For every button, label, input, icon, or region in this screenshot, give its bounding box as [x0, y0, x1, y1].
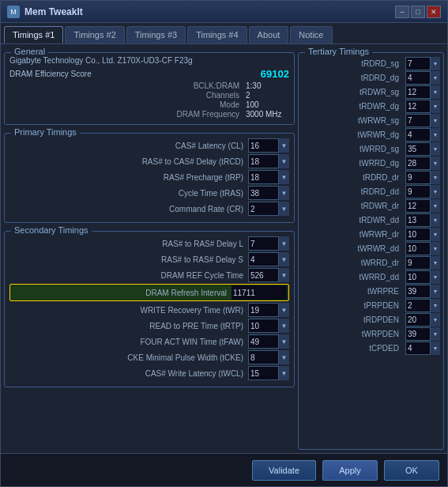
mode-row: Mode 100: [9, 100, 289, 109]
primary-timings-label: Primary Timings: [11, 127, 80, 137]
right-timing-select-tWRPRE[interactable]: 39: [405, 285, 440, 298]
tab-timings3[interactable]: Timings #3: [126, 26, 186, 43]
maximize-button[interactable]: □: [411, 6, 425, 18]
right-timing-label-tPRPDEN: tPRPDEN: [302, 301, 402, 310]
right-timing-row-tRDWR_dg: tRDWR_dg 12 ▼: [302, 100, 440, 113]
right-timing-select-tWRPDEN[interactable]: 39: [405, 327, 440, 341]
general-label: General: [11, 47, 48, 56]
ok-button[interactable]: OK: [384, 460, 439, 481]
right-timing-row-tWRWR_dg: tWRWR_dg 4 ▼: [302, 128, 440, 142]
timing-select-wrapper-cl: 16 ▼: [248, 138, 289, 153]
tab-notice[interactable]: Notice: [290, 26, 332, 43]
right-timing-select-tRDRD_dd[interactable]: 9: [405, 185, 440, 198]
right-timing-select-tWRRD_dg[interactable]: 28: [405, 157, 440, 170]
timing-row-rrsl: RAS# to RAS# Delay L 7 ▼: [9, 236, 289, 251]
timing-select-wrapper-tfaw: 49 ▼: [248, 334, 289, 349]
dram-freq-value: 3000 MHz: [246, 110, 289, 119]
tab-timings1[interactable]: Timings #1: [4, 26, 63, 43]
timing-row-tfaw: FOUR ACT WIN Time (tFAW) 49 ▼: [9, 334, 289, 349]
timing-select-cr[interactable]: 2: [248, 202, 289, 216]
secondary-timings-group: Secondary Timings RAS# to RAS# Delay L 7…: [4, 231, 295, 387]
right-timing-label-tRDRD_dg: tRDRD_dg: [302, 74, 402, 82]
timing-select-rrsl[interactable]: 7: [248, 236, 289, 251]
close-button[interactable]: ✕: [427, 6, 441, 18]
right-timing-select-tWRWR_dr[interactable]: 10: [405, 228, 440, 241]
timing-row-rrss: RAS# to RAS# Delay S 4 ▼: [9, 252, 289, 266]
right-timing-select-tRDRD_dr[interactable]: 9: [405, 171, 440, 184]
timing-select-wrapper-tcke: 8 ▼: [248, 350, 289, 364]
tab-timings4[interactable]: Timings #4: [187, 26, 247, 43]
right-timing-select-tWRWR_sg[interactable]: 7: [405, 114, 440, 127]
right-select-wrapper-tCPDED: 4 ▼: [405, 342, 440, 355]
tertiary-timings-label: Tertiary Timings: [305, 47, 372, 56]
right-timing-row-tWRRD_dg: tWRRD_dg 28 ▼: [302, 157, 440, 170]
right-select-wrapper-tRDRD_sg: 7 ▼: [405, 57, 440, 70]
timing-select-tcke[interactable]: 8: [248, 350, 289, 364]
timing-label-rrss: RAS# to RAS# Delay S: [9, 255, 248, 264]
timing-select-trtp[interactable]: 10: [248, 319, 289, 333]
right-timing-select-tRDWR_dd[interactable]: 13: [405, 213, 440, 227]
right-timing-label-tWRWR_dr: tWRWR_dr: [302, 230, 402, 239]
right-timing-row-tWRRD_dr: tWRRD_dr 9 ▼: [302, 256, 440, 270]
right-timing-label-tRDRD_dd: tRDRD_dd: [302, 187, 402, 196]
tab-timings2[interactable]: Timings #2: [65, 26, 124, 43]
right-timing-select-tWRRD_dd[interactable]: 10: [405, 270, 440, 284]
right-timing-row-tRDWR_dr: tRDWR_dr 12 ▼: [302, 199, 440, 213]
timing-select-wrapper-rrsl: 7 ▼: [248, 236, 289, 251]
bclk-label: BCLK:DRAM: [194, 81, 239, 90]
right-timing-label-tRDPDEN: tRDPDEN: [302, 315, 402, 324]
right-timing-select-tWRWR_dd[interactable]: 10: [405, 242, 440, 255]
right-timing-label-tWRRD_dd: tWRRD_dd: [302, 273, 402, 281]
timing-select-ref-cycle[interactable]: 526: [248, 268, 289, 282]
right-timing-select-tWRRD_sg[interactable]: 35: [405, 142, 440, 156]
right-timing-row-tRDWR_dd: tRDWR_dd 13 ▼: [302, 213, 440, 227]
timing-row-cr: Command Rate (CR) 2 ▼: [9, 202, 289, 216]
timing-select-rrss[interactable]: 4: [248, 252, 289, 266]
right-timing-row-tCPDED: tCPDED 4 ▼: [302, 342, 440, 355]
right-timing-label-tRDWR_dg: tRDWR_dg: [302, 102, 402, 111]
right-select-wrapper-tWRWR_dd: 10 ▼: [405, 242, 440, 255]
right-select-wrapper-tWRRD_dd: 10 ▼: [405, 270, 440, 284]
dram-freq-label: DRAM Frequency: [177, 110, 239, 119]
primary-timings-group: Primary Timings CAS# Latency (CL) 16 ▼ R…: [4, 133, 295, 223]
timing-select-twcl[interactable]: 15: [248, 366, 289, 380]
right-timing-select-tPRPDEN[interactable]: 2: [405, 299, 440, 312]
right-timing-select-tWRRD_dr[interactable]: 9: [405, 256, 440, 270]
main-window: M Mem TweakIt – □ ✕ Timings #1 Timings #…: [0, 0, 448, 487]
timing-select-tras[interactable]: 38: [248, 186, 289, 200]
validate-button[interactable]: Validate: [252, 460, 316, 481]
right-timing-select-tCPDED[interactable]: 4: [405, 342, 440, 355]
right-timing-select-tRDPDEN[interactable]: 20: [405, 313, 440, 327]
timing-select-wrapper-cr: 2 ▼: [248, 202, 289, 216]
right-timing-select-tRDRD_sg[interactable]: 7: [405, 57, 440, 70]
timing-select-cl[interactable]: 16: [248, 138, 289, 153]
timing-label-trp: RAS# Precharge (tRP): [9, 173, 248, 182]
timing-row-trcd: RAS# to CAS# Delay (tRCD) 18 ▼: [9, 154, 289, 168]
right-timing-label-tWRWR_dg: tWRWR_dg: [302, 130, 402, 139]
timing-label-cl: CAS# Latency (CL): [9, 142, 248, 150]
right-select-wrapper-tWRRD_sg: 35 ▼: [405, 142, 440, 156]
right-timing-select-tRDWR_dr[interactable]: 12: [405, 199, 440, 213]
dram-refresh-interval-input[interactable]: [232, 285, 287, 300]
right-timing-select-tRDWR_dg[interactable]: 12: [405, 100, 440, 113]
tab-about[interactable]: About: [249, 26, 289, 43]
right-timing-select-tRDWR_sg[interactable]: 12: [405, 85, 440, 99]
timing-select-trp[interactable]: 18: [248, 170, 289, 184]
minimize-button[interactable]: –: [395, 6, 409, 18]
timing-label-ref-cycle: DRAM REF Cycle Time: [9, 271, 248, 280]
right-timing-select-tWRWR_dg[interactable]: 4: [405, 128, 440, 142]
title-bar: M Mem TweakIt – □ ✕: [1, 1, 447, 23]
timing-select-twr[interactable]: 19: [248, 303, 289, 317]
right-select-wrapper-tWRWR_dg: 4 ▼: [405, 128, 440, 142]
timing-select-trcd[interactable]: 18: [248, 154, 289, 168]
timing-row-ref-cycle: DRAM REF Cycle Time 526 ▼: [9, 268, 289, 282]
timing-label-cr: Command Rate (CR): [9, 205, 248, 213]
right-select-wrapper-tWRPRE: 39 ▼: [405, 285, 440, 298]
timing-row-trp: RAS# Precharge (tRP) 18 ▼: [9, 170, 289, 184]
mode-value: 100: [246, 100, 289, 109]
tab-bar: Timings #1 Timings #2 Timings #3 Timings…: [1, 23, 447, 44]
apply-button[interactable]: Apply: [322, 460, 378, 481]
right-timing-select-tRDRD_dg[interactable]: 4: [405, 71, 440, 85]
timing-row-twcl: CAS# Write Latency (tWCL) 15 ▼: [9, 366, 289, 380]
timing-select-tfaw[interactable]: 49: [248, 334, 289, 349]
